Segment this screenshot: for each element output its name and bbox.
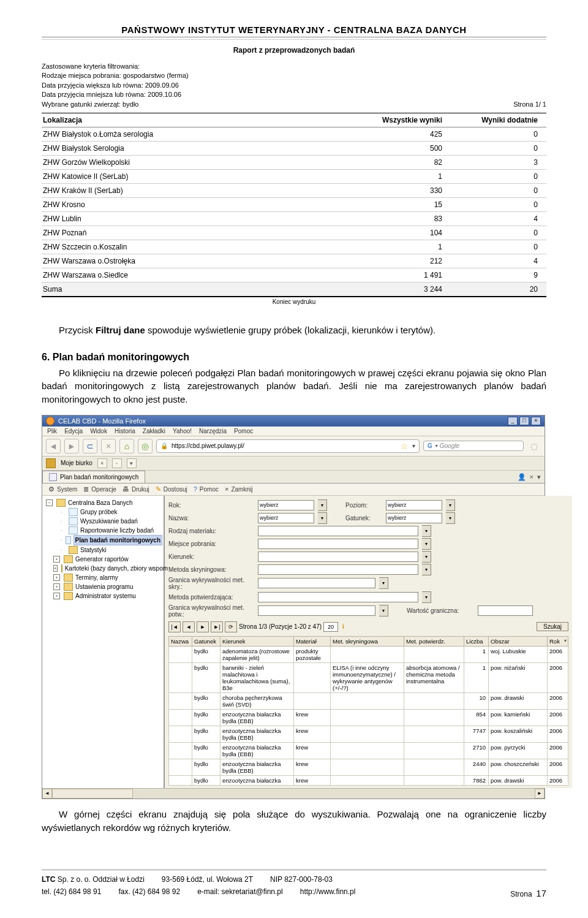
nav-tree[interactable]: −Centralna Baza Danych · Grupy próbek· W… <box>42 496 165 788</box>
pager-prev-icon[interactable]: ◄ <box>183 621 195 632</box>
pager-first-icon[interactable]: |◄ <box>168 621 181 632</box>
tree-item[interactable]: Plan badań monitoringowych <box>74 535 162 545</box>
dropdown-icon[interactable]: ▾ <box>379 577 388 589</box>
tree-expand-icon[interactable]: + <box>53 593 60 599</box>
dropdown-icon[interactable]: ▾ <box>379 605 388 616</box>
search-button[interactable]: Szukaj <box>537 622 568 631</box>
grid-row[interactable]: bydłoenzootyczna białaczka bydła (EBB)kr… <box>169 726 568 742</box>
field-input[interactable] <box>478 605 533 616</box>
grid-row[interactable]: bydłoenzootyczna białaczka bydła (EBB)kr… <box>169 709 568 726</box>
field-input[interactable] <box>258 539 418 549</box>
grid-row[interactable]: bydłochoroba pęcherzykowa świń (SVD)10po… <box>169 692 568 709</box>
tb-operacje[interactable]: ≣Operacje <box>83 485 116 493</box>
field-input[interactable] <box>258 526 418 536</box>
scroll-left-icon[interactable]: ◄ <box>42 789 52 799</box>
grid-header[interactable]: Gatunek <box>192 636 221 646</box>
grid-header[interactable]: Met. skryningowa <box>331 636 404 646</box>
grid-header[interactable]: Rok▾ <box>548 636 568 646</box>
pager-perpage[interactable]: 20 <box>323 622 338 632</box>
dropdown-icon[interactable]: ▾ <box>422 525 431 537</box>
menu-plik[interactable]: Plik <box>47 428 57 434</box>
menu-yahoo[interactable]: Yahoo! <box>173 428 192 434</box>
field-input[interactable]: wybierz <box>258 500 314 510</box>
field-input[interactable] <box>258 605 375 616</box>
tree-expand-icon[interactable]: + <box>53 565 58 572</box>
home-button[interactable]: ⌂ <box>119 439 134 453</box>
url-dropdown-icon[interactable]: ▾ <box>412 442 415 449</box>
field-input[interactable] <box>258 564 418 575</box>
url-bar[interactable]: 🔒 https://cbd.piwet.pulawy.pl/ ☆ ▾ <box>156 439 420 453</box>
tree-item[interactable]: Administrator systemu <box>75 591 136 601</box>
desk-dropdown-icon[interactable]: ▾ <box>127 458 137 468</box>
grid-row[interactable]: bydłoadenomatoza (rozrostowe zapalenie j… <box>169 646 568 662</box>
tree-item[interactable]: Terminy, alarmy <box>75 573 118 582</box>
horizontal-scrollbar[interactable]: ◄ ► <box>42 788 545 799</box>
grid-row[interactable]: bydłoenzootyczna białaczka bydła (EBB)kr… <box>169 742 568 759</box>
grid-header[interactable]: Kierunek <box>221 636 294 646</box>
menu-widok[interactable]: Widok <box>90 428 107 434</box>
desk-pin-icon[interactable]: ◦ <box>112 458 122 468</box>
reload-button[interactable]: ⊂ <box>83 439 97 453</box>
tree-item[interactable]: Statystyki <box>80 545 107 555</box>
pager-last-icon[interactable]: ►| <box>211 621 223 632</box>
scroll-right-icon[interactable]: ► <box>535 789 545 799</box>
grid-header[interactable]: Materiał <box>294 636 331 646</box>
bookmark-star-icon[interactable]: ☆ <box>401 441 409 451</box>
dropdown-icon[interactable]: ▾ <box>446 499 455 511</box>
tree-item[interactable]: Grupy próbek <box>80 507 118 517</box>
tree-collapse-icon[interactable]: − <box>46 499 53 506</box>
menu-historia[interactable]: Historia <box>115 428 135 434</box>
browser-menubar[interactable]: Plik Edycja Widok Historia Zakładki Yaho… <box>42 427 545 436</box>
grid-header[interactable]: Met. potwierdz. <box>404 636 464 646</box>
grid-header[interactable]: Obszar <box>489 636 548 646</box>
tree-item[interactable]: Generator raportów <box>75 555 129 564</box>
back-button[interactable]: ◄ <box>46 439 61 453</box>
desk-close-icon[interactable]: × <box>97 458 107 468</box>
maximize-button[interactable]: □ <box>519 417 529 425</box>
tree-item[interactable]: Kartoteki (bazy danych, zbiory wspom <box>65 564 168 573</box>
tb-system[interactable]: ⚙System <box>48 485 77 493</box>
pager-refresh-icon[interactable]: ⟳ <box>225 621 237 632</box>
menu-edycja[interactable]: Edycja <box>64 428 83 434</box>
dropdown-icon[interactable]: ▾ <box>422 551 431 563</box>
dropdown-icon[interactable]: ▾ <box>422 591 431 603</box>
search-box[interactable]: G▾ Google <box>423 441 524 451</box>
tb-zamknij[interactable]: ×Zamknij <box>225 485 252 493</box>
stop-button[interactable]: × <box>101 439 116 453</box>
menu-pomoc[interactable]: Pomoc <box>234 428 253 434</box>
grid-row[interactable]: bydłoenzootyczna białaczkakrew7862pow. d… <box>169 775 568 785</box>
dropdown-icon[interactable]: ▾ <box>318 499 327 511</box>
field-input[interactable] <box>258 592 418 602</box>
grid-header[interactable]: Nazwa <box>169 636 192 646</box>
tree-item[interactable]: Ustawienia programu <box>75 582 134 591</box>
moje-biurko-label[interactable]: Moje biurko <box>61 460 92 466</box>
grid-header[interactable]: Liczba <box>464 636 489 646</box>
scroll-thumb[interactable] <box>52 789 133 799</box>
tree-item[interactable]: Raportowanie liczby badań <box>80 526 154 535</box>
results-grid[interactable]: NazwaGatunekKierunekMateriałMet. skrynin… <box>168 636 568 786</box>
dropdown-icon[interactable]: ▾ <box>446 512 455 524</box>
celab-icon[interactable]: ◎ <box>138 439 153 453</box>
menu-narzedzia[interactable]: Narzędzia <box>199 428 227 434</box>
dropdown-icon[interactable]: ▾ <box>422 538 431 550</box>
tab-dropdown-icon[interactable]: ▾ <box>537 473 541 481</box>
tb-dostosuj[interactable]: ✎Dostosuj <box>156 485 187 493</box>
field-input[interactable]: wybierz <box>386 500 442 510</box>
field-input[interactable]: wybierz <box>386 513 442 523</box>
pager-next-icon[interactable]: ► <box>197 621 209 632</box>
menu-zakladki[interactable]: Zakładki <box>143 428 165 434</box>
tab-plan-badan[interactable]: Plan badań monitoringowych <box>42 471 145 483</box>
grid-row[interactable]: bydłobarwniki - zieleń malachitowa i leu… <box>169 662 568 692</box>
tb-pomoc[interactable]: ?Pomoc <box>194 485 219 493</box>
dropdown-icon[interactable]: ▾ <box>318 512 327 524</box>
close-button[interactable]: × <box>531 417 541 425</box>
minimize-button[interactable]: _ <box>508 417 518 425</box>
dropdown-icon[interactable]: ▾ <box>422 564 431 575</box>
tree-expand-icon[interactable]: + <box>53 574 60 581</box>
tree-item[interactable]: Wyszukiwanie badań <box>80 517 138 526</box>
field-input[interactable] <box>258 552 418 562</box>
tree-expand-icon[interactable]: + <box>53 556 60 563</box>
tb-drukuj[interactable]: 🖶Drukuj <box>123 485 149 493</box>
tab-close-icon[interactable]: × <box>530 473 533 481</box>
user-icon[interactable]: 👤 <box>518 473 526 481</box>
